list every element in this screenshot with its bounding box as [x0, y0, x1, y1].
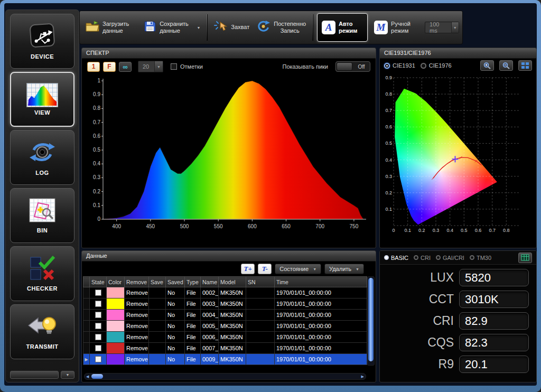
interval-dropdown[interactable]: 100 ms ▼: [425, 22, 459, 33]
name-cell: 0003_: [201, 298, 219, 310]
row-checkbox[interactable]: [95, 323, 101, 329]
row-checkbox[interactable]: [95, 334, 101, 340]
scrollbar-thumb[interactable]: [91, 374, 103, 379]
link-button[interactable]: ∞: [119, 62, 132, 72]
state-dropdown-button[interactable]: Состояние ▼: [275, 264, 321, 274]
remove-link[interactable]: Remove: [125, 332, 149, 343]
svg-text:0.6: 0.6: [475, 228, 482, 233]
table-row[interactable]: Remove No File 0005_ MK350N 1970/01/01_0…: [83, 321, 367, 332]
manual-mode-icon: M: [374, 21, 388, 34]
color-swatch: [107, 298, 125, 310]
sidebar-item-bin[interactable]: BIN: [10, 188, 74, 243]
tab-basic[interactable]: BASIC: [384, 255, 408, 261]
cie1931-radio[interactable]: CIE1931: [384, 62, 415, 69]
report-button[interactable]: [518, 253, 532, 263]
tab-gai-cri[interactable]: GAI/CRI: [436, 255, 464, 261]
zoom-in-button[interactable]: [480, 60, 494, 71]
table-row[interactable]: Remove No File 0004_ MK350N 1970/01/01_0…: [83, 310, 367, 321]
sidebar-item-transmit[interactable]: TRANSMIT: [10, 304, 74, 359]
font-increase-button[interactable]: T+: [241, 264, 255, 274]
measurement-value: 20.1: [459, 356, 529, 373]
row-checkbox[interactable]: [95, 356, 101, 362]
sidebar-footer: ▼: [10, 371, 74, 379]
tab-tm30[interactable]: TM30: [470, 255, 491, 261]
cie1976-radio[interactable]: CIE1976: [421, 62, 452, 69]
save-cell[interactable]: [149, 343, 166, 354]
row-checkbox[interactable]: [95, 345, 101, 351]
fit-view-button[interactable]: [518, 60, 532, 71]
auto-mode-button[interactable]: A Авто режим: [317, 13, 368, 42]
radio-icon: [436, 255, 441, 260]
dropdown-arrow-icon: ▼: [451, 22, 459, 33]
sidebar-splitter[interactable]: [10, 371, 59, 379]
sidebar-item-label: LOG: [35, 170, 49, 176]
measurement-row: CRI 82.9: [380, 312, 529, 330]
trace-1-button[interactable]: 1: [87, 62, 100, 72]
table-row[interactable]: Remove No File 0006_ MK350N 1970/01/01_0…: [83, 332, 367, 343]
remove-link[interactable]: Remove: [125, 287, 149, 298]
state-cell: [90, 287, 107, 298]
svg-text:0.5: 0.5: [93, 147, 100, 153]
record-button[interactable]: Постепенно Запись: [254, 13, 309, 42]
table-row[interactable]: ▶ Remove No File 0009_ MK350N 1970/01/01…: [83, 354, 367, 365]
state-dropdown-label: Состояние: [279, 266, 309, 272]
row-checkbox[interactable]: [95, 312, 101, 318]
save-cell[interactable]: [149, 310, 166, 321]
save-cell[interactable]: [149, 287, 166, 298]
save-cell[interactable]: [149, 354, 166, 365]
scroll-down-icon: ▼: [66, 373, 70, 377]
cie-chart: 00.10.20.30.40.50.60.70.80.10.20.30.40.5…: [380, 73, 535, 248]
measurement-value: 5820: [459, 269, 529, 286]
table-row[interactable]: Remove No File 0007_ MK350N 1970/01/01_0…: [83, 343, 367, 354]
sidebar-scroll-down-button[interactable]: ▼: [61, 371, 74, 379]
remove-link[interactable]: Remove: [125, 354, 149, 365]
scroll-left-icon[interactable]: ◀: [85, 375, 90, 379]
load-data-button[interactable]: Загрузить данные: [83, 13, 139, 42]
marks-checkbox[interactable]: [171, 63, 177, 70]
svg-text:700: 700: [315, 223, 324, 229]
sidebar-item-checker[interactable]: CHECKER: [10, 246, 74, 301]
time-cell: 1970/01/01_00:00:00: [275, 332, 367, 343]
save-cell[interactable]: [149, 298, 166, 310]
vertical-scrollbar[interactable]: [367, 276, 375, 366]
svg-text:0.3: 0.3: [433, 228, 440, 233]
interval-value: 100 ms: [425, 21, 451, 34]
row-checkbox[interactable]: [95, 290, 101, 296]
save-cell[interactable]: [149, 321, 166, 332]
save-dropdown-arrow-icon[interactable]: ▼: [197, 26, 200, 30]
save-data-button[interactable]: Сохранить данные ▼: [141, 13, 203, 42]
table-row[interactable]: Remove No File 0002_ MK350N 1970/01/01_0…: [83, 287, 367, 298]
horizontal-scrollbar[interactable]: ◀ ▶: [84, 373, 366, 380]
scroll-right-icon[interactable]: ▶: [360, 375, 366, 379]
remove-link[interactable]: Remove: [125, 321, 149, 332]
scrollbar-thumb[interactable]: [368, 278, 374, 361]
measurement-value: 82.3: [459, 334, 529, 351]
state-cell: [90, 343, 107, 354]
sidebar-item-log[interactable]: LOG: [10, 130, 74, 185]
delete-dropdown-button[interactable]: Удалить ▼: [324, 264, 364, 274]
toggle-knob: [337, 62, 352, 71]
show-peaks-toggle[interactable]: Off: [335, 61, 370, 72]
sidebar-item-view[interactable]: VIEW: [10, 72, 74, 127]
spectrum-controls: 1 F ∞ 20 ▼ Отметки Показывать пики Off: [82, 59, 376, 74]
svg-text:0: 0: [392, 228, 395, 233]
manual-mode-button[interactable]: M Ручной режим: [370, 13, 419, 42]
remove-link[interactable]: Remove: [125, 310, 149, 321]
row-checkbox[interactable]: [95, 301, 101, 307]
capture-button[interactable]: Захват: [211, 13, 252, 42]
save-cell[interactable]: [149, 332, 166, 343]
table-row[interactable]: Remove No File 0003_ MK350N 1970/01/01_0…: [83, 298, 367, 310]
remove-link[interactable]: Remove: [125, 343, 149, 354]
manual-mode-label: Ручной режим: [391, 21, 415, 34]
font-decrease-button[interactable]: T-: [258, 264, 272, 274]
tab-cri[interactable]: CRI: [414, 255, 431, 261]
color-swatch: [107, 354, 125, 365]
points-dropdown[interactable]: 20 ▼: [138, 61, 163, 72]
remove-link[interactable]: Remove: [125, 298, 149, 310]
sidebar-item-device[interactable]: DEVICE: [10, 14, 74, 69]
zoom-out-button[interactable]: [499, 60, 513, 71]
trace-f-button[interactable]: F: [103, 62, 116, 72]
measurement-label: CCT: [429, 292, 454, 306]
measurement-row: R9 20.1: [380, 356, 529, 373]
type-cell: File: [185, 287, 201, 298]
